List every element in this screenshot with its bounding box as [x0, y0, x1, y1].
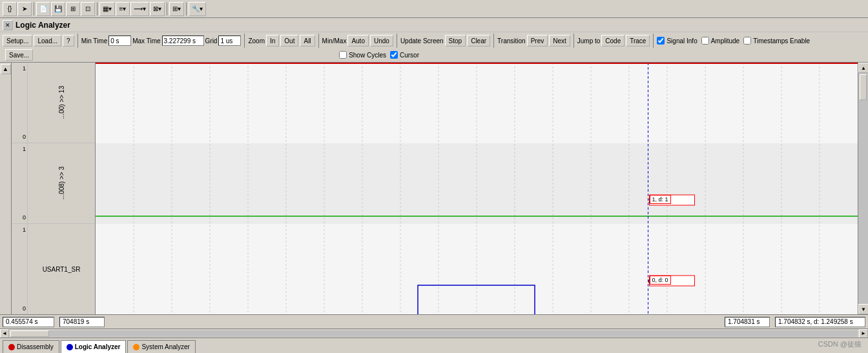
sidebar-up-arrow[interactable]: ▲: [1, 64, 11, 74]
trace-button[interactable]: Trace: [626, 35, 650, 46]
tab-logic-analyzer[interactable]: Logic Analyzer: [61, 340, 127, 353]
stop-button[interactable]: Stop: [445, 35, 466, 46]
hscroll-right[interactable]: ►: [859, 329, 868, 338]
signal-info-checkbox-group[interactable]: Signal Info: [657, 37, 697, 45]
tab-system-icon: [133, 344, 140, 350]
cursor-label: Cursor: [400, 52, 419, 59]
signal-3-low: 0: [13, 305, 26, 312]
prev-button[interactable]: Prev: [527, 35, 548, 46]
signal-3-name-area: USART1_SR: [28, 224, 95, 314]
hscroll-track[interactable]: [10, 330, 858, 337]
cursor-checkbox-group[interactable]: Cursor: [390, 51, 419, 59]
show-cycles-label: Show Cycles: [349, 52, 386, 59]
toolbar-btn-8[interactable]: ≡▾: [116, 2, 130, 16]
save-button[interactable]: Save...: [5, 49, 33, 61]
status-time2: 704819 s: [59, 317, 105, 327]
hscroll-left[interactable]: ◄: [0, 329, 9, 338]
signal-2-inner: 1 0 ...008) >> 3: [12, 143, 95, 223]
show-cycles-checkbox[interactable]: [339, 51, 347, 59]
code-button[interactable]: Code: [601, 35, 625, 46]
clear-button[interactable]: Clear: [467, 35, 490, 46]
toolbar-btn-2[interactable]: ➤: [17, 2, 32, 16]
amplitude-checkbox-group[interactable]: Amplitude: [701, 37, 739, 45]
h-scrollbar[interactable]: ◄ ►: [0, 328, 868, 338]
zoom-in-button[interactable]: In: [266, 35, 279, 46]
signal-row-1: 1 0 ...00) >> 13: [12, 63, 95, 143]
signal-3-inner: 1 0 USART1_SR: [12, 224, 95, 314]
question-button[interactable]: ?: [63, 35, 74, 46]
window-title: Logic Analyzer: [16, 21, 70, 30]
tab-logic-label: Logic Analyzer: [75, 343, 121, 350]
zoom-all-button[interactable]: All: [300, 35, 315, 46]
zoom-out-button[interactable]: Out: [280, 35, 298, 46]
scrollbar-thumb[interactable]: [860, 74, 867, 100]
window-close-btn[interactable]: ✕: [3, 20, 13, 30]
next-button[interactable]: Next: [549, 35, 570, 46]
toolbar-btn-9[interactable]: ⟿▾: [130, 2, 149, 16]
timestamps-checkbox[interactable]: [743, 37, 751, 45]
min-time-value: 0 s: [108, 35, 131, 46]
toolbar-btn-7[interactable]: ▦▾: [99, 2, 115, 16]
signal-labels-panel: 1 0 ...00) >> 13 1 0 ...008): [12, 63, 96, 314]
jump-to-label: Jump to: [577, 37, 601, 45]
hscroll-thumb[interactable]: [10, 330, 49, 337]
signal-1-low: 0: [13, 134, 26, 140]
setup-button[interactable]: Setup...: [3, 35, 32, 46]
scrollbar-up[interactable]: ▲: [858, 63, 868, 73]
cursor-label-2: 0, d: 0: [650, 276, 671, 285]
minmax-label: Min/Max: [322, 37, 347, 45]
signal-2-name-area: ...008) >> 3: [28, 143, 95, 223]
signal-2-low: 0: [13, 214, 26, 221]
main-toolbar: {} ➤ 📄 💾 ⊞ ⊡ ▦▾ ≡▾ ⟿▾ ⊠▾ ⊞▾ 🔧▾: [0, 0, 868, 18]
signal-2-name: ...008) >> 3: [58, 166, 65, 199]
toolbar-btn-12[interactable]: 🔧▾: [189, 2, 206, 16]
status-time1: 0.455574 s: [3, 317, 54, 327]
update-screen-label: Update Screen: [400, 37, 444, 45]
toolbar-btn-5[interactable]: ⊞: [66, 2, 80, 16]
show-cycles-checkbox-group[interactable]: Show Cycles: [339, 51, 386, 59]
toolbar-btn-1[interactable]: {}: [3, 2, 17, 16]
signal-info-label: Signal Info: [666, 37, 697, 45]
signal-info-checkbox[interactable]: [657, 37, 665, 45]
tab-disassembly[interactable]: Disassembly: [3, 340, 59, 353]
status-cursor: 1.704832 s, d: 1.249258 s: [775, 317, 865, 327]
max-time-label: Max Time: [132, 37, 160, 45]
right-scrollbar[interactable]: ▲ ▼: [858, 63, 868, 314]
cursor-label-1: 1, d: 1: [650, 195, 671, 204]
amplitude-checkbox[interactable]: [701, 37, 709, 45]
timestamps-label: Timestamps Enable: [753, 37, 810, 45]
auto-button[interactable]: Auto: [347, 35, 369, 46]
timestamps-checkbox-group[interactable]: Timestamps Enable: [743, 37, 810, 45]
signal-1-high: 1: [13, 65, 26, 72]
tab-disassembly-label: Disassembly: [17, 343, 54, 350]
tab-system-label: System Analyzer: [141, 343, 189, 350]
status-time3: 1.704831 s: [725, 317, 770, 327]
grid-label: Grid: [205, 37, 218, 45]
toolbar-btn-6[interactable]: ⊡: [81, 2, 95, 16]
grid-value: 1 us: [218, 35, 241, 46]
scrollbar-down[interactable]: ▼: [858, 304, 868, 314]
signal-1-inner: 1 0 ...00) >> 13: [12, 63, 95, 143]
signal-row-2: 1 0 ...008) >> 3: [12, 143, 95, 224]
controls-area: Setup... Load... ? Min Time 0 s Max Time…: [0, 32, 868, 63]
toolbar-btn-11[interactable]: ⊞▾: [169, 2, 184, 16]
signal-1-scale: 1 0: [12, 63, 28, 143]
tab-system-analyzer[interactable]: System Analyzer: [127, 340, 195, 353]
cursor-checkbox[interactable]: [390, 51, 398, 59]
controls-row-1: Setup... Load... ? Min Time 0 s Max Time…: [3, 34, 865, 48]
amplitude-label: Amplitude: [711, 37, 739, 45]
signal-1-name-area: ...00) >> 13: [28, 63, 95, 143]
signal-2-scale: 1 0: [12, 143, 28, 223]
toolbar-btn-10[interactable]: ⊠▾: [150, 2, 165, 16]
signal-3-scale: 1 0: [12, 224, 28, 314]
waveform-svg: 1, d: 1 0, d: 0 0, d: 4294967104: [96, 63, 858, 314]
toolbar-btn-3[interactable]: 📄: [36, 2, 50, 16]
scrollbar-track[interactable]: [858, 73, 868, 304]
window-titlebar: ✕ Logic Analyzer: [0, 18, 868, 32]
toolbar-btn-4[interactable]: 💾: [51, 2, 65, 16]
load-button[interactable]: Load...: [34, 35, 61, 46]
signal-3-high: 1: [13, 227, 26, 233]
left-sidebar: ▲: [0, 63, 12, 314]
undo-button[interactable]: Undo: [370, 35, 393, 46]
show-cycles-group: Show Cycles Cursor: [339, 51, 419, 59]
